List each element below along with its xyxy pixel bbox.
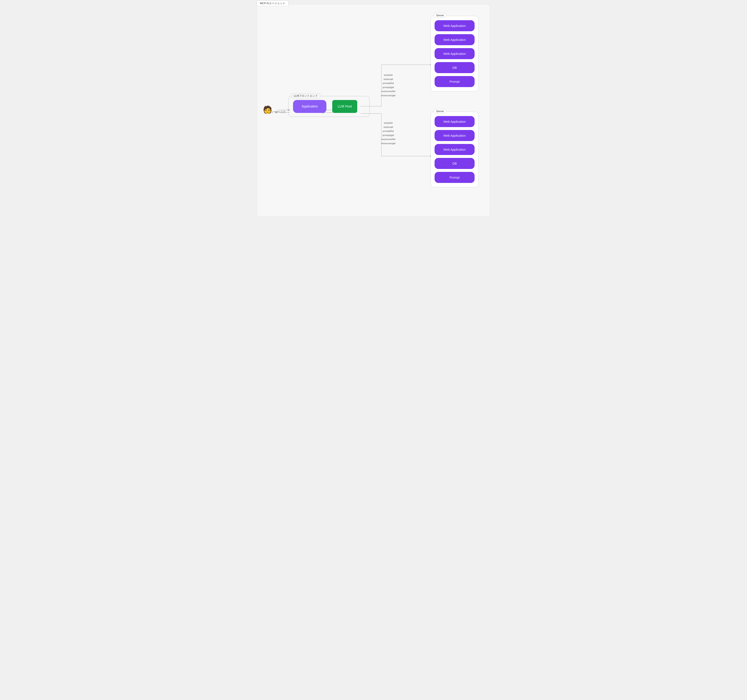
server-bottom-pill-1: Web Application — [435, 130, 475, 141]
server-top-pill-0: Web Application — [435, 20, 475, 31]
server-bottom-pill-4: Prompt — [435, 172, 475, 183]
server-top-pill-3: DB — [435, 62, 475, 73]
main-canvas: Server Web Application Web Application W… — [257, 4, 490, 217]
api-text-bottom: tools/list tools/call prompt/list prompt… — [381, 121, 396, 145]
llm-frontend-box: LLMフロントエンド Application LLM Host — [288, 96, 369, 117]
user-input-label: ユーザー入力 — [271, 110, 286, 114]
diagram-wrapper: MCP AIエージェント — [257, 4, 490, 217]
server-bottom-label: Server — [434, 109, 446, 113]
server-top-pill-4: Prompt — [435, 76, 475, 87]
llm-host-box: LLM Host — [332, 100, 357, 113]
server-bottom-pill-3: DB — [435, 158, 475, 169]
server-top-pill-1: Web Application — [435, 34, 475, 45]
server-bottom-pill-2: Web Application — [435, 144, 475, 155]
server-box-top: Server Web Application Web Application W… — [431, 16, 479, 92]
server-top-label: Server — [434, 13, 446, 18]
tab-label: MCP AIエージェント — [257, 0, 289, 6]
api-text-top: tools/list tools/call prompt/list prompt… — [381, 73, 396, 98]
server-top-pill-2: Web Application — [435, 48, 475, 59]
llm-frontend-label: LLMフロントエンド — [291, 94, 320, 98]
application-pill: Application — [293, 100, 327, 113]
server-bottom-pill-0: Web Application — [435, 116, 475, 127]
server-box-bottom: Server Web Application Web Application W… — [431, 112, 479, 187]
